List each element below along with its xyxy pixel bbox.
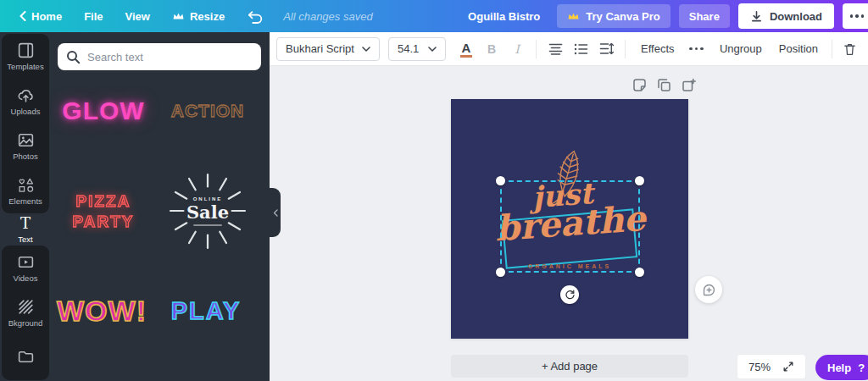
selection-handle-bottom-right[interactable] bbox=[635, 268, 644, 277]
list-button[interactable] bbox=[569, 37, 593, 61]
editor-main: Bukhari Script 54.1 A B I bbox=[270, 32, 868, 381]
comment-button[interactable] bbox=[695, 276, 722, 303]
question-mark-icon: ? bbox=[858, 362, 865, 374]
toolbar-divider bbox=[832, 40, 832, 58]
upload-cloud-icon bbox=[17, 86, 35, 104]
help-button[interactable]: Help ? bbox=[815, 355, 868, 380]
duplicate-page-button[interactable] bbox=[657, 78, 671, 92]
toolbar-divider bbox=[536, 40, 537, 58]
add-page-icon bbox=[682, 78, 696, 92]
editor-body: Templates Uploads Photos Elements T Text bbox=[0, 32, 868, 381]
expand-icon bbox=[782, 361, 794, 373]
ellipsis-icon bbox=[689, 47, 704, 51]
search-box[interactable] bbox=[58, 43, 261, 70]
sidebar-item-templates[interactable]: Templates bbox=[2, 34, 49, 79]
sale-fine-print bbox=[193, 224, 222, 226]
align-center-icon bbox=[548, 43, 563, 55]
chevron-down-icon bbox=[428, 47, 437, 52]
chevron-left-icon bbox=[273, 209, 278, 217]
undo-button[interactable] bbox=[236, 0, 275, 32]
italic-button[interactable]: I bbox=[505, 37, 529, 61]
sidebar-item-photos[interactable]: Photos bbox=[2, 124, 49, 168]
bold-button[interactable]: B bbox=[480, 37, 504, 61]
sale-text-group: ONLINE Sale bbox=[169, 172, 247, 250]
sidebar-item-uploads[interactable]: Uploads bbox=[2, 79, 49, 124]
text-style-wow[interactable]: WOW! bbox=[57, 295, 147, 328]
sidebar-item-elements[interactable]: Elements bbox=[2, 168, 49, 213]
add-notes-button[interactable] bbox=[632, 78, 647, 92]
toolbar-right: Ungroup Position bbox=[711, 37, 861, 61]
text-style-glow[interactable]: GLOW bbox=[62, 97, 144, 125]
shapes-icon bbox=[17, 176, 35, 194]
panel-collapse-button[interactable] bbox=[270, 188, 281, 237]
view-menu[interactable]: View bbox=[114, 0, 161, 32]
selection-handle-top-left[interactable] bbox=[496, 176, 505, 185]
text-style-pizza-party[interactable]: PIZZA PARTY bbox=[73, 191, 135, 232]
ungroup-button[interactable]: Ungroup bbox=[711, 42, 771, 55]
sidebar-item-text[interactable]: T Text bbox=[0, 215, 51, 244]
download-icon bbox=[750, 10, 763, 23]
sidebar-item-videos[interactable]: Videos bbox=[2, 246, 49, 290]
toolbar-divider bbox=[625, 40, 626, 58]
delete-button[interactable] bbox=[837, 37, 861, 61]
text-align-button[interactable] bbox=[543, 37, 567, 61]
add-page-icon-button[interactable] bbox=[682, 78, 696, 92]
design-page[interactable]: just breathe ORGANIC MEALS bbox=[451, 99, 688, 339]
video-icon bbox=[17, 253, 35, 271]
undo-icon bbox=[247, 9, 264, 24]
line-spacing-icon bbox=[599, 42, 614, 55]
file-menu[interactable]: File bbox=[73, 0, 114, 32]
font-size-select[interactable]: 54.1 bbox=[388, 37, 446, 61]
try-canva-pro-button[interactable]: Try Canva Pro bbox=[557, 4, 670, 28]
text-toolbar: Bukhari Script 54.1 A B I bbox=[270, 32, 868, 66]
bullet-list-icon bbox=[574, 43, 588, 55]
selection-handle-bottom-left[interactable] bbox=[496, 268, 505, 277]
selection-handle-top-right[interactable] bbox=[635, 176, 644, 185]
rotate-icon bbox=[565, 290, 576, 301]
autosave-status: All changes saved bbox=[275, 10, 381, 23]
position-button[interactable]: Position bbox=[771, 42, 826, 55]
text-style-play[interactable]: PLAY bbox=[171, 297, 242, 325]
search-input[interactable] bbox=[87, 51, 253, 64]
text-tool-icon: T bbox=[20, 215, 31, 232]
header-right: Oguilla Bistro Try Canva Pro Share Downl… bbox=[459, 3, 860, 29]
sidebar-group-top: Templates Uploads Photos Elements bbox=[2, 34, 49, 213]
fullscreen-button[interactable] bbox=[782, 361, 794, 373]
sidebar-item-folder[interactable] bbox=[2, 335, 49, 380]
sidebar-item-background[interactable]: Bkground bbox=[2, 290, 49, 335]
chevron-left-icon bbox=[19, 11, 26, 21]
sidebar-group-bottom: Videos Bkground bbox=[2, 246, 49, 380]
rotate-handle[interactable] bbox=[560, 285, 579, 304]
crown-icon bbox=[172, 11, 185, 21]
add-page-button[interactable]: + Add page bbox=[451, 355, 688, 378]
selection-box[interactable] bbox=[500, 180, 640, 273]
document-title[interactable]: Oguilla Bistro bbox=[459, 10, 548, 23]
sidebar-nav: Templates Uploads Photos Elements T Text bbox=[0, 32, 51, 381]
text-style-action[interactable]: ACTION bbox=[171, 101, 245, 121]
toolbar-more-button[interactable] bbox=[685, 37, 709, 61]
comment-plus-icon bbox=[702, 283, 716, 297]
canvas-region: just breathe ORGANIC MEALS bbox=[270, 66, 868, 381]
text-styles-panel: GLOW ACTION PIZZA PARTY ONLINE bbox=[51, 32, 270, 381]
text-color-button[interactable]: A bbox=[454, 37, 478, 61]
effects-button[interactable]: Effects bbox=[632, 42, 683, 55]
resize-button[interactable]: Resize bbox=[161, 0, 236, 32]
share-button[interactable]: Share bbox=[679, 4, 730, 28]
canva-editor: Home File View Resize All changes saved … bbox=[0, 0, 868, 381]
photo-icon bbox=[17, 131, 35, 149]
chevron-down-icon bbox=[362, 47, 370, 52]
text-spacing-button[interactable] bbox=[594, 37, 618, 61]
folder-icon bbox=[17, 348, 35, 366]
trash-icon bbox=[843, 42, 856, 56]
header-more-button[interactable] bbox=[843, 3, 868, 29]
notes-icon bbox=[632, 78, 647, 92]
page-actions bbox=[632, 78, 696, 92]
download-button[interactable]: Download bbox=[738, 3, 834, 29]
ellipsis-icon bbox=[850, 14, 865, 18]
search-icon bbox=[66, 50, 81, 64]
text-style-online-sale[interactable]: ONLINE Sale bbox=[169, 172, 247, 250]
home-button[interactable]: Home bbox=[8, 0, 73, 32]
zoom-control[interactable]: 75% bbox=[737, 354, 806, 379]
font-family-select[interactable]: Bukhari Script bbox=[276, 37, 380, 61]
zoom-level: 75% bbox=[748, 361, 771, 373]
